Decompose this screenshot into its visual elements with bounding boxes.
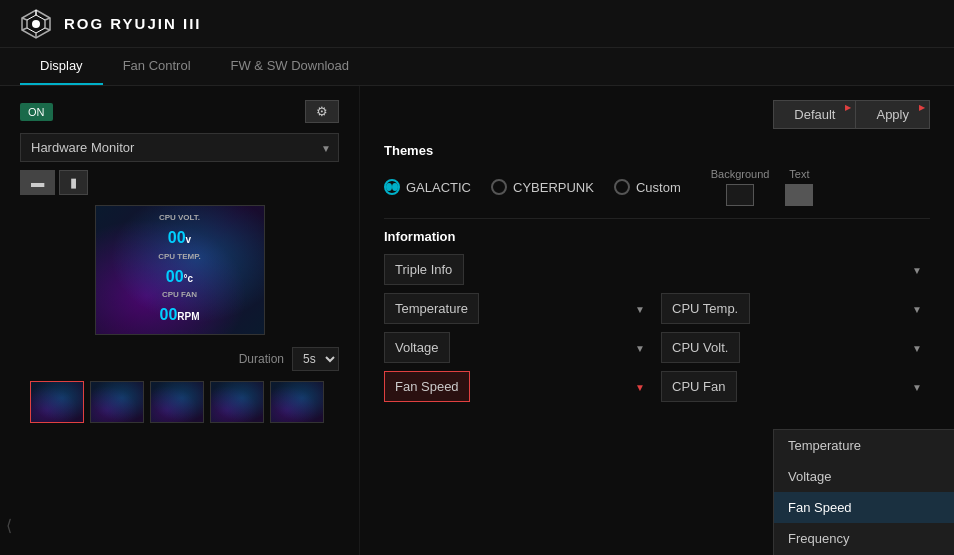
theme-cyberpunk-label: CYBERPUNK (513, 180, 594, 195)
nav-arrow-left[interactable]: ⟨ (6, 516, 12, 535)
menu-item-temperature[interactable]: Temperature (774, 430, 954, 461)
radio-galactic (384, 179, 400, 195)
default-button[interactable]: Default (773, 100, 856, 129)
main-content: ON ⚙ Hardware Monitor ▬ ▮ CPU VOLT. 00v … (0, 86, 954, 555)
info-row1-left-wrapper: Temperature (384, 293, 653, 324)
themes-row: GALACTIC CYBERPUNK Custom Background Tex… (384, 168, 930, 206)
radio-custom (614, 179, 630, 195)
fan-speed-dropdown-menu: Temperature Voltage Fan Speed Frequency … (773, 429, 954, 555)
thumbnails (20, 381, 339, 423)
duration-label: Duration (239, 352, 284, 366)
radio-cyberpunk (491, 179, 507, 195)
tab-fan-control[interactable]: Fan Control (103, 48, 211, 85)
info-row2-right-select[interactable]: CPU Volt. (661, 332, 740, 363)
monitor-dropdown[interactable]: Hardware Monitor (20, 133, 339, 162)
theme-cyberpunk[interactable]: CYBERPUNK (491, 179, 594, 195)
toggle-row: ON ⚙ (20, 100, 339, 123)
info-row3-left-wrapper: Fan Speed (384, 371, 653, 402)
apply-button[interactable]: Apply (855, 100, 930, 129)
preview-text: CPU VOLT. 00v CPU TEMP. 00°c CPU FAN 00R… (158, 212, 201, 327)
info-row2-left-select[interactable]: Voltage (384, 332, 450, 363)
duration-row: Duration 5s (20, 347, 339, 371)
duration-select[interactable]: 5s (292, 347, 339, 371)
rog-logo (20, 8, 52, 40)
theme-custom-label: Custom (636, 180, 681, 195)
gear-button[interactable]: ⚙ (305, 100, 339, 123)
header: ROG RYUJIN III (0, 0, 954, 48)
text-color-swatch[interactable] (785, 184, 813, 206)
themes-section-label: Themes (384, 143, 930, 158)
theme-custom[interactable]: Custom (614, 179, 681, 195)
thumbnail-5[interactable] (270, 381, 324, 423)
info-row2-right-wrapper: CPU Volt. (661, 332, 930, 363)
theme-galactic-label: GALACTIC (406, 180, 471, 195)
triple-info-select[interactable]: Triple Info (384, 254, 464, 285)
thumbnail-3[interactable] (150, 381, 204, 423)
information-label: Information (384, 229, 930, 244)
triple-info-wrapper: Triple Info (384, 254, 930, 285)
info-row1-right-wrapper: CPU Temp. (661, 293, 930, 324)
preview-container: CPU VOLT. 00v CPU TEMP. 00°c CPU FAN 00R… (20, 205, 339, 335)
triple-info-row: Triple Info (384, 254, 930, 285)
svg-point-2 (32, 20, 40, 28)
brand-name: ROG RYUJIN III (64, 15, 201, 32)
thumbnail-4[interactable] (210, 381, 264, 423)
info-row-3: Fan Speed CPU Fan (384, 371, 930, 402)
thumbnail-2[interactable] (90, 381, 144, 423)
info-row1-right-select[interactable]: CPU Temp. (661, 293, 750, 324)
text-color-label: Text (789, 168, 809, 180)
text-color-col: Text (785, 168, 813, 206)
list-view-button[interactable]: ▮ (59, 170, 88, 195)
menu-item-frequency[interactable]: Frequency (774, 523, 954, 554)
preview-display: CPU VOLT. 00v CPU TEMP. 00°c CPU FAN 00R… (95, 205, 265, 335)
menu-item-voltage[interactable]: Voltage (774, 461, 954, 492)
left-panel: ON ⚙ Hardware Monitor ▬ ▮ CPU VOLT. 00v … (0, 86, 360, 555)
right-panel: Default Apply Themes GALACTIC CYBERPUNK … (360, 86, 954, 555)
background-color-col: Background (711, 168, 770, 206)
info-row3-left-select[interactable]: Fan Speed (384, 371, 470, 402)
tab-bar: Display Fan Control FW & SW Download (0, 48, 954, 86)
info-row-2: Voltage CPU Volt. (384, 332, 930, 363)
grid-view-button[interactable]: ▬ (20, 170, 55, 195)
tab-display[interactable]: Display (20, 48, 103, 85)
info-row2-left-wrapper: Voltage (384, 332, 653, 363)
info-row3-right-select[interactable]: CPU Fan (661, 371, 737, 402)
on-toggle[interactable]: ON (20, 103, 53, 121)
top-actions: Default Apply (384, 100, 930, 129)
info-row1-left-select[interactable]: Temperature (384, 293, 479, 324)
tab-fw-sw[interactable]: FW & SW Download (211, 48, 369, 85)
view-toggle-row: ▬ ▮ (20, 170, 339, 195)
background-color-swatch[interactable] (726, 184, 754, 206)
info-row-1: Temperature CPU Temp. (384, 293, 930, 324)
information-section: Information Triple Info Temperature (384, 218, 930, 402)
info-row3-right-wrapper: CPU Fan (661, 371, 930, 402)
background-color-label: Background (711, 168, 770, 180)
theme-galactic[interactable]: GALACTIC (384, 179, 471, 195)
menu-item-fan-speed[interactable]: Fan Speed (774, 492, 954, 523)
thumbnail-1[interactable] (30, 381, 84, 423)
monitor-dropdown-wrapper: Hardware Monitor (20, 133, 339, 162)
